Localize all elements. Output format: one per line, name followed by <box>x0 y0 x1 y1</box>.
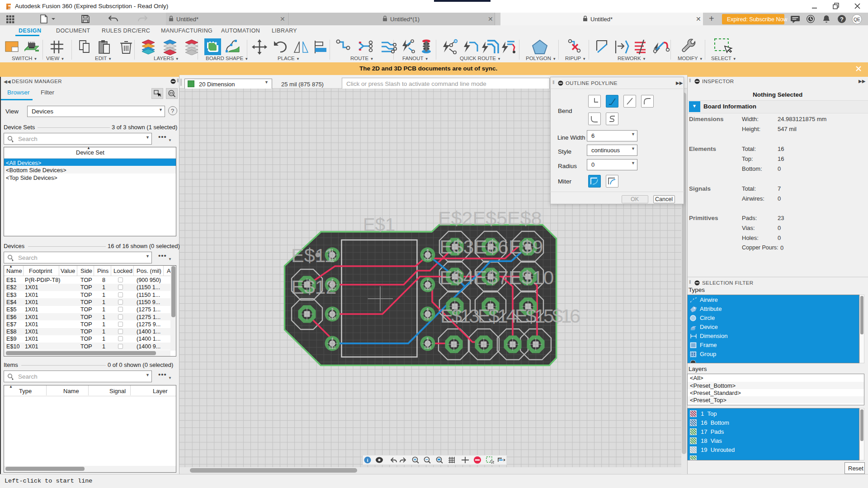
svg-text:S$2: S$2 <box>424 257 431 261</box>
svg-text:S$7: S$7 <box>424 316 431 320</box>
svg-text:3: 3 <box>331 307 333 312</box>
svg-text:6: 6 <box>426 307 429 312</box>
svg-text:E$4E$7E$10: E$4E$7E$10 <box>439 267 554 288</box>
svg-text:E$11: E$11 <box>291 244 335 266</box>
svg-text:5: 5 <box>426 337 429 341</box>
svg-text:S$6: S$6 <box>329 316 336 320</box>
svg-text:S$5: S$5 <box>424 286 431 291</box>
svg-text:E$2E$5E$8: E$2E$5E$8 <box>438 207 542 229</box>
svg-text:QE: QE <box>854 17 860 22</box>
svg-text:i: i <box>367 457 368 463</box>
svg-text:?: ? <box>840 16 844 23</box>
svg-text:E$12: E$12 <box>291 276 336 298</box>
svg-text:S$1: S$1 <box>329 345 336 350</box>
svg-text:S$4: S$4 <box>424 345 431 350</box>
svg-text:E$1: E$1 <box>363 215 395 235</box>
svg-text:4: 4 <box>331 337 333 341</box>
svg-text:7: 7 <box>426 278 429 282</box>
svg-text:8: 8 <box>426 248 429 253</box>
svg-text:E$3E$6E$9: E$3E$6E$9 <box>439 236 543 258</box>
svg-text:E$13E$14E$15$16: E$13E$14E$15$16 <box>440 305 580 327</box>
